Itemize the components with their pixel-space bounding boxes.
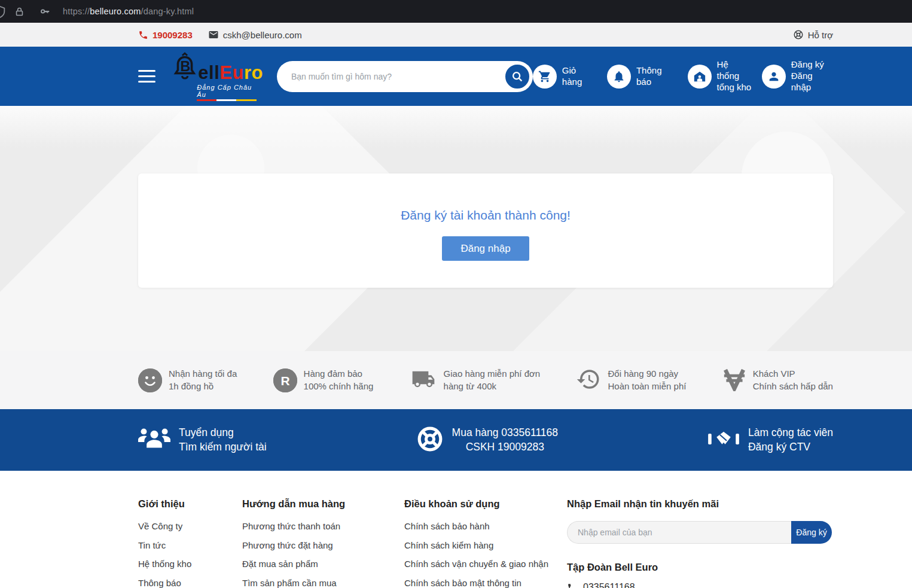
footer-column-about: Giới thiệu Về Công ty Tin tức Hệ thống k… (138, 498, 242, 588)
logo-letter-b: B (181, 58, 191, 74)
feature-return-policy: Đổi hàng 90 ngàyHoàn toàn miễn phí (576, 367, 686, 394)
bell-icon (612, 70, 626, 83)
account-icon (767, 70, 780, 83)
header-nav: Giỏ hàng Thông báo Hệ thốngtổng kho Đăng… (533, 59, 833, 93)
footer-column-guide: Hướng dẫn mua hàng Phương thức thanh toá… (242, 498, 404, 588)
feature-free-shipping: Giao hàng miễn phí đơnhàng từ 400k (410, 367, 541, 394)
url-text[interactable]: https://belleuro.com/dang-ky.html (63, 7, 194, 16)
footer-link[interactable]: Tìm sản phẩm cần mua (242, 578, 404, 588)
site-header: B ellEuro Đẳng Cấp Châu Âu Giỏ hàng Thôn… (0, 47, 912, 106)
registration-success-card: Đăng ký tài khoản thành công! Đăng nhập (138, 173, 833, 288)
footer-link[interactable]: Đặt mua sản phẩm (242, 559, 404, 569)
support-email: cskh@belleuro.com (223, 30, 302, 40)
info-band: Tuyển dụngTìm kiếm người tài Mua hàng 03… (0, 409, 912, 471)
footer-link[interactable]: Về Công ty (138, 521, 242, 531)
features-strip: Nhận hàng tối đa1h đồng hồ R Hàng đảm bả… (0, 351, 912, 409)
vip-v-icon (722, 367, 746, 394)
login-button[interactable]: Đăng nhập (442, 236, 529, 261)
support-label: Hỗ trợ (808, 30, 833, 40)
footer-link[interactable]: Tin tức (138, 540, 242, 550)
nav-warehouse-system[interactable]: Hệ thốngtổng kho (688, 59, 752, 93)
recruitment-link[interactable]: Tuyển dụngTìm kiếm người tài (138, 426, 267, 454)
hotline-link[interactable]: 19009283 (138, 30, 193, 40)
footer-column-newsletter: Nhập Email nhận tin khuyến mãi Đăng ký T… (567, 498, 833, 588)
hotline-number: 19009283 (152, 30, 193, 40)
support-email-link[interactable]: cskh@belleuro.com (208, 29, 302, 40)
phone-icon (567, 583, 577, 588)
cart-icon (538, 70, 551, 83)
company-phone-link[interactable]: 0335611168 (567, 582, 833, 588)
search-icon (511, 70, 524, 83)
collaborator-signup-link[interactable]: Làm cộng tác viênĐăng ký CTV (707, 426, 833, 454)
nav-notifications[interactable]: Thông báo (607, 65, 678, 89)
warehouse-icon (693, 70, 706, 83)
site-footer: Giới thiệu Về Công ty Tin tức Hệ thống k… (0, 471, 912, 588)
company-phone-number: 0335611168 (583, 582, 635, 588)
truck-icon (410, 367, 437, 394)
svg-text:R: R (280, 373, 289, 387)
logo-wordmark: ellEuro (198, 63, 263, 82)
site-logo[interactable]: B ellEuro Đẳng Cấp Châu Âu (172, 52, 263, 101)
footer-link[interactable]: Phương thức đặt hàng (242, 540, 404, 550)
footer-heading: Giới thiệu (138, 498, 242, 510)
feature-fast-delivery: Nhận hàng tối đa1h đồng hồ (138, 368, 237, 392)
nav-cart[interactable]: Giỏ hàng (533, 65, 597, 89)
footer-heading: Hướng dẫn mua hàng (242, 498, 404, 510)
lifebuoy-icon (793, 29, 804, 40)
newsletter-subscribe-button[interactable]: Đăng ký (791, 521, 832, 544)
logo-tagline: Đẳng Cấp Châu Âu (197, 84, 263, 98)
footer-link[interactable]: Chính sách bảo mật thông tin (404, 578, 567, 588)
newsletter-heading: Nhập Email nhận tin khuyến mãi (567, 498, 833, 510)
footer-heading: Điều khoản sử dụng (404, 498, 567, 510)
bell-logo-icon: B (172, 52, 198, 82)
url-path: /dang-ky.html (141, 7, 194, 16)
people-group-icon (138, 428, 170, 453)
url-domain: belleuro.com (90, 7, 141, 16)
smiley-icon (138, 368, 162, 392)
feature-vip: Khách VIPChính sách hấp dẫn (722, 367, 833, 394)
registered-icon: R (273, 368, 297, 392)
footer-link[interactable]: Chính sách bảo hành (404, 521, 567, 531)
footer-link[interactable]: Hệ thống kho (138, 559, 242, 569)
success-message: Đăng ký tài khoản thành công! (138, 173, 833, 223)
history-clock-icon (576, 367, 601, 394)
purchase-hotline[interactable]: Mua hàng 0335611168CSKH 19009283 (416, 425, 558, 455)
support-link[interactable]: Hỗ trợ (793, 29, 833, 40)
shield-icon (0, 5, 7, 21)
lifebuoy-icon (416, 425, 444, 455)
newsletter-email-input[interactable] (567, 521, 791, 544)
search-input[interactable] (291, 72, 489, 81)
footer-link[interactable]: Chính sách kiểm hàng (404, 540, 567, 550)
menu-hamburger-button[interactable] (138, 66, 155, 86)
browser-address-bar[interactable]: https://belleuro.com/dang-ky.html (0, 0, 912, 23)
search-bar (277, 61, 533, 92)
footer-link[interactable]: Thông báo (138, 578, 242, 588)
envelope-icon (208, 29, 219, 40)
lock-icon[interactable] (14, 7, 25, 17)
footer-link[interactable]: Phương thức thanh toán (242, 521, 404, 531)
key-icon[interactable] (39, 5, 51, 17)
nav-account[interactable]: Đăng kýĐăng nhập (762, 59, 833, 93)
handshake-icon (707, 428, 740, 452)
footer-column-terms: Điều khoản sử dụng Chính sách bảo hành C… (404, 498, 567, 588)
search-button[interactable] (504, 63, 531, 90)
phone-icon (138, 30, 148, 40)
company-name: Tập Đoàn Bell Euro (567, 562, 833, 573)
url-scheme: https:// (63, 7, 90, 16)
feature-genuine-goods: R Hàng đảm bảo100% chính hãng (273, 368, 374, 392)
footer-link[interactable]: Chính sách vận chuyển & giao nhận (404, 559, 567, 569)
logo-tagline-underline (197, 99, 257, 101)
top-utility-bar: 19009283 cskh@belleuro.com Hỗ trợ (0, 23, 912, 47)
main-content: Đăng ký tài khoản thành công! Đăng nhập (0, 106, 912, 351)
